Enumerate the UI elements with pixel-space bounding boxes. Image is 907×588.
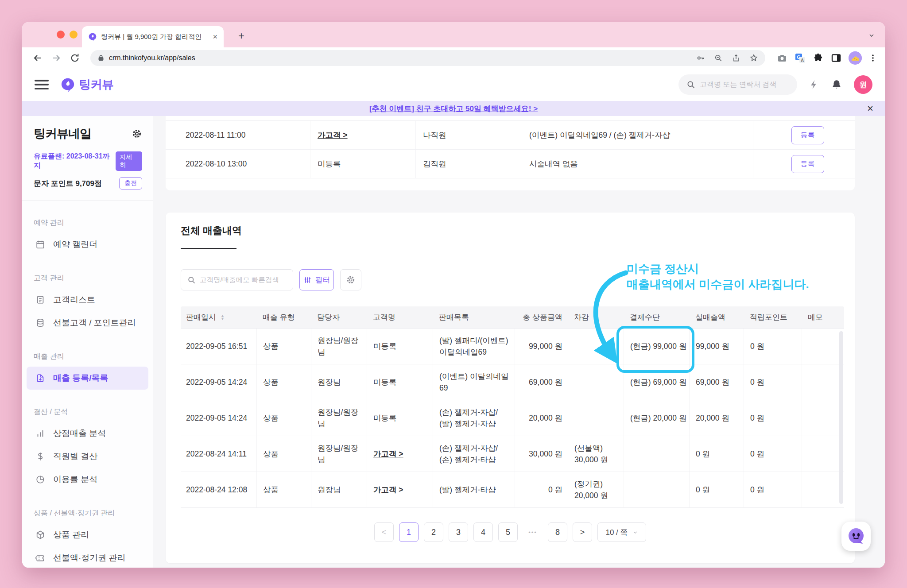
plan-label: 유료플랜: 2023-08-31까지 (34, 152, 116, 170)
sales-row: 2022-09-05 14:24 상품 원장님/원장님 미등록 (손) 젤제거-… (181, 400, 844, 436)
notifications-bell-icon[interactable] (831, 79, 842, 90)
annotation-arrow (584, 265, 641, 380)
sidebar-item-prepaid-pass-management[interactable]: 선불액·정기권 관리 (27, 546, 148, 568)
password-key-icon[interactable] (696, 54, 705, 62)
register-button[interactable]: 등록 (791, 126, 824, 144)
file-plus-icon (35, 373, 45, 383)
lock-icon (97, 54, 105, 62)
pagination-page-5[interactable]: 5 (498, 522, 518, 542)
app-logo-icon (60, 77, 75, 92)
sidebar-toggle-icon[interactable] (831, 53, 841, 63)
chat-launcher-button[interactable] (841, 522, 871, 551)
translate-icon[interactable]: GA (795, 52, 806, 64)
sort-icon[interactable]: ▲▼ (221, 314, 225, 321)
shop-settings-gear-icon[interactable] (132, 128, 142, 139)
customer-link[interactable]: 가고객 > (318, 130, 348, 140)
app-logo[interactable]: 팅커뷰 (60, 77, 113, 93)
sales-row: 2022-08-24 12:08 상품 원장님 가고객 > (발) 젤제거-타샵… (181, 472, 844, 508)
pagination: < 1 2 3 4 5 ••• 8 > 10 / 쪽 (374, 522, 646, 542)
plan-detail-badge[interactable]: 자세히 (116, 151, 142, 171)
main-content: 2022-08-11 11:00 가고객 > 나직원 (이벤트) 이달의네일69… (153, 116, 885, 568)
customer-link[interactable]: 가고객 > (373, 484, 403, 495)
window-minimize-button[interactable] (70, 31, 78, 39)
chat-ghost-icon (846, 526, 866, 546)
tab-close-icon[interactable]: × (213, 32, 217, 42)
sidebar-item-usage-analysis[interactable]: 이용률 분석 (27, 468, 148, 491)
promo-banner: [추천 이벤트] 친구 초대하고 50일 혜택받으세요! > × (22, 101, 885, 116)
search-icon (187, 276, 196, 284)
charge-points-button[interactable]: 충전 (119, 177, 142, 190)
table-settings-gear-button[interactable] (340, 269, 361, 290)
pagination-page-8[interactable]: 8 (548, 522, 567, 542)
tab-all-sales[interactable]: 전체 매출내역 (181, 224, 242, 237)
user-avatar[interactable]: 원 (854, 75, 872, 94)
sliders-icon (303, 276, 312, 284)
sales-search-input[interactable] (200, 276, 287, 284)
sidebar: 팅커뷰네일 유료플랜: 2023-08-31까지 자세히 문자 포인트 9,70… (22, 116, 153, 568)
sales-row: 2022-09-05 14:24 상품 원장님 미등록 (이벤트) 이달의네일6… (181, 364, 844, 400)
pagination-next-button[interactable]: > (573, 522, 592, 542)
new-tab-button[interactable]: + (234, 28, 249, 43)
sales-table-header: 판매일시 ▲▼ 매출 유형 담당자 고객명 판매목록 총 상품금액 차감 결제수… (181, 306, 844, 329)
register-button[interactable]: 등록 (791, 155, 824, 173)
search-icon (686, 80, 695, 89)
sidebar-item-product-management[interactable]: 상품 관리 (27, 523, 148, 546)
sidebar-section-sales: 매출 관리 (27, 352, 148, 361)
screenshot-camera-icon[interactable] (777, 53, 787, 63)
browser-menu-kebab-icon[interactable] (869, 54, 877, 62)
browser-titlebar: 팅커뷰 | 월 9,900원 가장 합리적인 × + (22, 22, 885, 47)
global-search-input[interactable] (700, 81, 789, 89)
pagination-page-2[interactable]: 2 (424, 522, 443, 542)
browser-tab[interactable]: 팅커뷰 | 월 9,900원 가장 합리적인 × (82, 26, 224, 47)
tab-title: 팅커뷰 | 월 9,900원 가장 합리적인 (101, 33, 209, 41)
url-text: crm.thinkofyou.kr/app/sales (109, 54, 687, 62)
database-icon (35, 318, 45, 328)
url-bar[interactable]: crm.thinkofyou.kr/app/sales (90, 50, 765, 66)
dollar-icon (35, 452, 45, 461)
sidebar-section-products: 상품 / 선불액·정기권 관리 (27, 509, 148, 518)
sidebar-item-prepaid-points[interactable]: 선불고객 / 포인트관리 (27, 311, 148, 334)
promo-close-icon[interactable]: × (867, 102, 873, 115)
ticket-icon (35, 553, 45, 563)
pagination-ellipsis: ••• (523, 522, 543, 542)
bookmark-star-icon[interactable] (749, 54, 758, 62)
pagination-page-1[interactable]: 1 (399, 522, 419, 542)
sidebar-item-reservation-calendar[interactable]: 예약 캘린더 (27, 233, 148, 256)
forward-button[interactable] (49, 50, 64, 66)
promo-banner-link[interactable]: [추천 이벤트] 친구 초대하고 50일 혜택받으세요! > (369, 104, 538, 114)
browser-window: 팅커뷰 | 월 9,900원 가장 합리적인 × + crm.thinkofyo… (22, 22, 885, 568)
pagination-page-4[interactable]: 4 (473, 522, 493, 542)
svg-text:A: A (801, 58, 804, 62)
window-close-button[interactable] (57, 31, 65, 39)
customer-link[interactable]: 가고객 > (373, 448, 403, 460)
share-icon[interactable] (732, 54, 740, 62)
extensions-puzzle-icon[interactable] (813, 53, 824, 63)
pie-chart-icon (35, 475, 45, 484)
calendar-icon (35, 240, 45, 249)
pagination-prev-button[interactable]: < (374, 522, 394, 542)
table-row: 2022-08-11 11:00 가고객 > 나직원 (이벤트) 이달의네일69… (166, 121, 855, 150)
zoom-out-icon[interactable] (714, 54, 723, 62)
browser-profile-avatar[interactable] (849, 51, 862, 65)
page-size-select[interactable]: 10 / 쪽 (597, 522, 646, 542)
sales-quick-search[interactable] (181, 269, 293, 290)
tab-favicon (88, 32, 97, 41)
sales-table: 판매일시 ▲▼ 매출 유형 담당자 고객명 판매목록 총 상품금액 차감 결제수… (181, 306, 844, 508)
back-button[interactable] (30, 50, 45, 66)
chevron-down-icon (632, 530, 638, 535)
hamburger-menu-icon[interactable] (35, 80, 49, 89)
shop-name: 팅커뷰네일 (34, 126, 91, 142)
sidebar-item-staff-settlement[interactable]: 직원별 결산 (27, 445, 148, 468)
quick-actions-lightning-icon[interactable] (809, 79, 819, 90)
tabstrip-chevron-icon[interactable] (868, 32, 875, 39)
table-scrollbar[interactable] (839, 331, 843, 504)
sidebar-item-sales-register[interactable]: 매출 등록/목록 (27, 367, 148, 390)
reload-button[interactable] (67, 50, 82, 66)
sidebar-item-store-sales-analysis[interactable]: 상점매출 분석 (27, 422, 148, 445)
filter-button[interactable]: 필터 (299, 269, 334, 290)
sidebar-item-customer-list[interactable]: 고객리스트 (27, 288, 148, 311)
global-search[interactable] (678, 74, 797, 95)
sales-row: 2022-09-05 16:51 상품 원장님/원장님 미등록 (발) 젤패디/… (181, 329, 844, 364)
sidebar-section-reservation: 예약 관리 (27, 218, 148, 228)
pagination-page-3[interactable]: 3 (449, 522, 468, 542)
